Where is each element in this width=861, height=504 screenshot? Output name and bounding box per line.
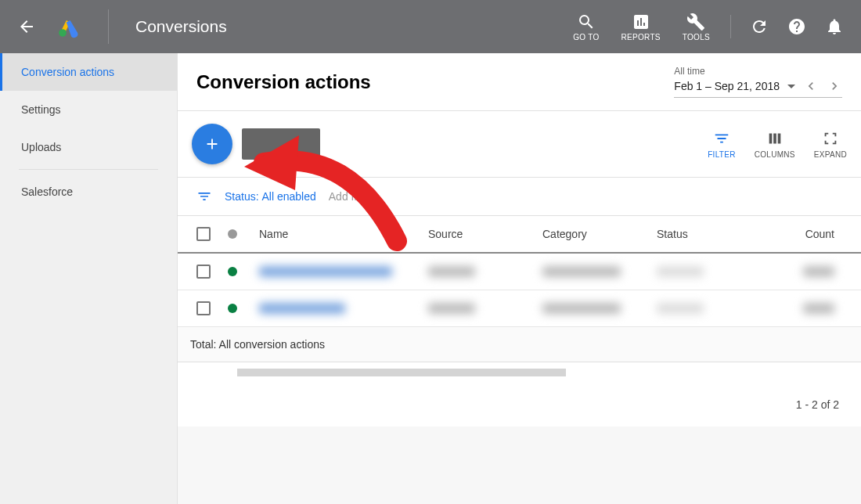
redacted-cell <box>428 266 475 277</box>
toolbar: FILTER COLUMNS EXPAND <box>178 111 861 178</box>
table-tools: FILTER COLUMNS EXPAND <box>708 130 847 159</box>
notifications-button[interactable] <box>825 17 844 36</box>
date-range-row: Feb 1 – Sep 21, 2018 <box>674 78 842 98</box>
main-content: Conversion actions All time Feb 1 – Sep … <box>178 53 861 504</box>
row-checkbox[interactable] <box>196 265 211 279</box>
tools-icon <box>686 13 705 31</box>
filter-chip[interactable]: Status: All enabled <box>225 190 316 203</box>
search-icon <box>577 13 596 31</box>
filter-tool-button[interactable]: FILTER <box>708 130 736 159</box>
reports-icon <box>632 13 650 31</box>
reports-button[interactable]: REPORTS <box>615 13 667 41</box>
select-all-checkbox[interactable] <box>196 227 211 241</box>
header-title: Conversions <box>135 17 227 36</box>
sidebar: Conversion actions Settings Uploads Sale… <box>0 53 178 504</box>
sidebar-item-label: Salesforce <box>21 185 73 198</box>
sidebar-item-salesforce[interactable]: Salesforce <box>0 173 177 211</box>
goto-button[interactable]: GO TO <box>567 13 605 41</box>
page-title: Conversion actions <box>196 71 674 93</box>
divider <box>108 9 109 44</box>
conversions-table: Name Source Category Status Count <box>178 216 861 427</box>
scrollbar-thumb[interactable] <box>237 369 566 376</box>
redacted-cell <box>259 266 392 277</box>
redacted-cell <box>803 266 834 277</box>
filter-icon <box>196 189 212 204</box>
expand-icon <box>822 130 839 147</box>
help-button[interactable] <box>787 17 806 36</box>
arrow-left-icon <box>17 17 36 36</box>
table-row[interactable] <box>178 254 861 290</box>
column-status[interactable]: Status <box>657 228 751 240</box>
header-left: Conversions <box>13 9 227 44</box>
column-count[interactable]: Count <box>763 228 842 240</box>
sidebar-item-settings[interactable]: Settings <box>0 91 177 128</box>
header-right: GO TO REPORTS TOOLS <box>567 13 848 41</box>
pagination-label: 1 - 2 of 2 <box>178 383 861 427</box>
redacted-cell <box>803 303 834 314</box>
prev-period-button[interactable] <box>803 78 819 94</box>
secondary-button-placeholder[interactable] <box>242 128 320 160</box>
column-name[interactable]: Name <box>259 228 416 240</box>
divider <box>730 15 731 38</box>
date-range-picker[interactable]: All time Feb 1 – Sep 21, 2018 <box>674 66 842 98</box>
columns-tool-button[interactable]: COLUMNS <box>755 130 795 159</box>
filter-bar: Status: All enabled Add filter <box>178 178 861 216</box>
sidebar-item-uploads[interactable]: Uploads <box>0 128 177 166</box>
add-conversion-button[interactable] <box>192 124 232 164</box>
top-header: Conversions GO TO REPORTS TOOLS <box>0 0 861 53</box>
sidebar-item-label: Conversion actions <box>21 66 114 78</box>
expand-tool-button[interactable]: EXPAND <box>814 130 847 159</box>
status-dot-icon <box>228 267 237 276</box>
next-period-button[interactable] <box>827 78 842 94</box>
row-checkbox[interactable] <box>196 301 211 315</box>
redacted-cell <box>428 303 475 314</box>
add-filter-button[interactable]: Add filter <box>329 190 372 203</box>
column-source[interactable]: Source <box>428 228 530 240</box>
plus-icon <box>204 135 221 153</box>
status-dot-icon <box>228 229 237 239</box>
google-ads-logo-icon <box>56 14 81 39</box>
divider <box>19 169 158 170</box>
redacted-cell <box>542 266 621 277</box>
tools-button[interactable]: TOOLS <box>676 13 716 41</box>
redacted-cell <box>657 303 704 314</box>
filter-icon <box>713 130 730 147</box>
horizontal-scrollbar[interactable] <box>178 362 861 383</box>
refresh-button[interactable] <box>750 17 769 36</box>
redacted-cell <box>542 303 621 314</box>
column-category[interactable]: Category <box>542 228 644 240</box>
table-total-row: Total: All conversion actions <box>178 327 861 362</box>
redacted-cell <box>259 303 345 314</box>
redacted-cell <box>657 266 704 277</box>
sidebar-item-conversion-actions[interactable]: Conversion actions <box>0 53 177 91</box>
chevron-down-icon[interactable] <box>787 85 795 88</box>
date-range-value: Feb 1 – Sep 21, 2018 <box>674 80 780 92</box>
page-header: Conversion actions All time Feb 1 – Sep … <box>178 53 861 111</box>
table-header: Name Source Category Status Count <box>178 216 861 254</box>
back-button[interactable] <box>13 13 41 41</box>
columns-icon <box>766 130 784 147</box>
status-dot-icon <box>228 304 237 313</box>
svg-point-0 <box>59 29 67 37</box>
sidebar-item-label: Settings <box>21 103 61 116</box>
date-range-label: All time <box>674 66 842 77</box>
sidebar-item-label: Uploads <box>21 141 61 153</box>
layout: Conversion actions Settings Uploads Sale… <box>0 53 861 504</box>
table-row[interactable] <box>178 290 861 327</box>
